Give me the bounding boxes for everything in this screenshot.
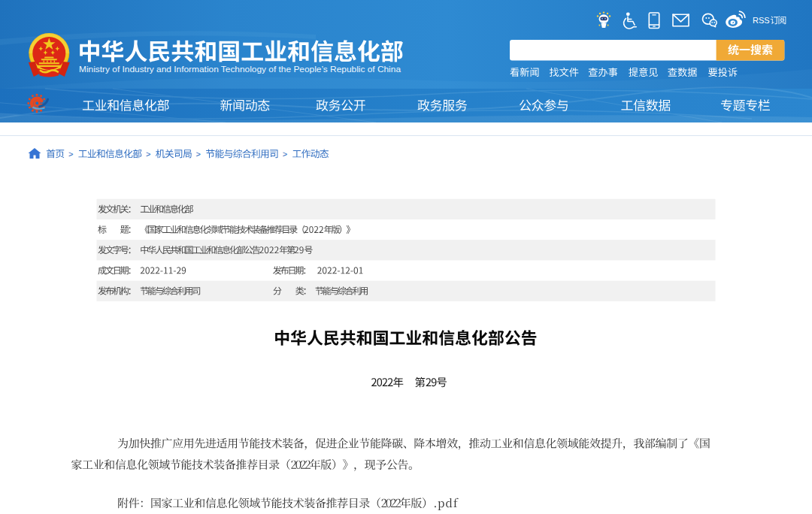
svg-text:>: > xyxy=(146,150,150,159)
svg-text:>: > xyxy=(196,150,201,159)
svg-text:>: > xyxy=(68,150,73,159)
svg-text:Ministry of Industry and Infor: Ministry of Industry and Information Tec… xyxy=(79,65,401,74)
svg-text:RSS: RSS xyxy=(753,16,770,25)
svg-text:>: > xyxy=(283,150,287,159)
